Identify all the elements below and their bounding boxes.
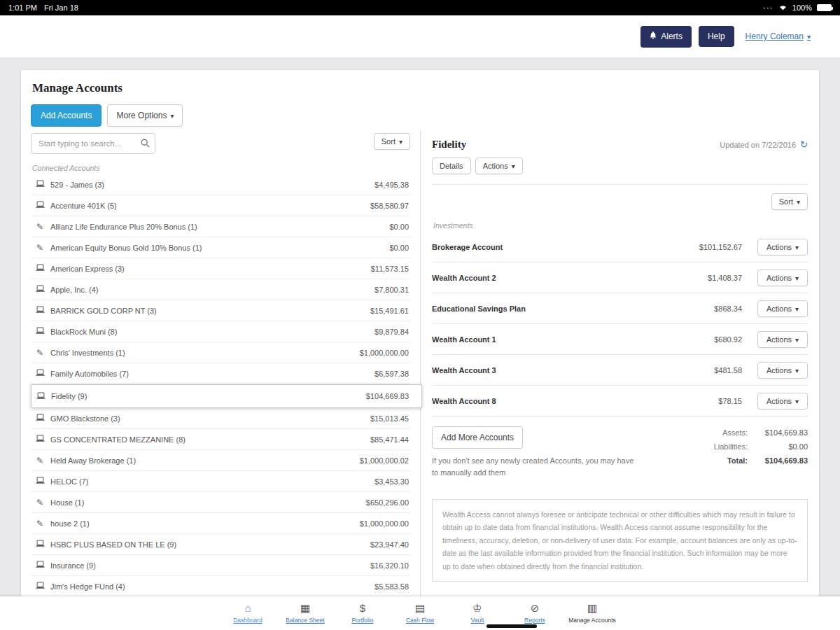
page-title: Manage Accounts [21, 70, 819, 95]
pencil-icon: ✎ [36, 498, 43, 507]
investment-actions-button[interactable]: Actions [757, 300, 808, 317]
account-name: Fidelity (9) [51, 392, 366, 400]
account-list-item[interactable]: ✎ GMO Blackstone (3) $15,013.45 [31, 408, 410, 429]
account-balance: $1,000,000.02 [360, 456, 409, 465]
investment-actions-button[interactable]: Actions [757, 270, 808, 286]
account-name: Chris' Investments (1) [50, 349, 360, 357]
user-menu-link[interactable]: Henry Coleman [746, 31, 811, 41]
account-list-item[interactable]: ✎ 529 - James (3) $4,495.38 [31, 174, 410, 195]
investments-sort-button[interactable]: Sort [771, 193, 808, 210]
account-summary: Assets:$104,669.83 Liabilities:$0.00 Tot… [714, 426, 808, 468]
account-balance: $3,453.30 [374, 477, 409, 486]
accounts-sort-button[interactable]: Sort [374, 133, 410, 150]
account-list-item[interactable]: ✎ house 2 (1) $1,000,000.00 [31, 513, 410, 534]
investment-actions-button[interactable]: Actions [757, 362, 808, 379]
investment-balance: $1,408.37 [708, 274, 742, 282]
liabilities-line: Liabilities:$0.00 [714, 440, 808, 454]
account-name: Allianz Life Endurance Plus 20% Bonus (1… [50, 223, 389, 231]
user-name: Henry Coleman [746, 31, 804, 41]
pencil-icon: ✎ [36, 222, 43, 232]
account-list-item[interactable]: ✎ BlackRock Muni (8) $9,879.84 [31, 321, 410, 342]
account-name: GMO Blackstone (3) [50, 414, 370, 423]
add-accounts-button[interactable]: Add Accounts [31, 104, 102, 127]
account-list-item[interactable]: ✎ Fidelity (9) $104,669.83 [31, 384, 422, 408]
account-name: BlackRock Muni (8) [50, 328, 374, 336]
more-options-button[interactable]: More Options [107, 104, 183, 127]
caret-down-icon [170, 111, 174, 120]
account-list-item[interactable]: ✎ HSBC PLUS BASED ON THE LE (9) $23,947.… [31, 534, 410, 555]
updated-on: Updated on 7/22/2016 [720, 139, 808, 150]
pencil-icon: ✎ [36, 456, 43, 465]
account-list-item[interactable]: ✎ Chris' Investments (1) $1,000,000.00 [31, 342, 410, 363]
sort-label: Sort [382, 137, 396, 146]
footer-nav-label: Reports [524, 617, 545, 624]
laptop-icon [35, 414, 46, 423]
footer-nav-item[interactable]: ▦ Balance Sheet [284, 603, 326, 624]
investment-row: Wealth Account 2 $1,408.37 Actions [432, 262, 808, 293]
caret-down-icon [399, 137, 402, 146]
actions-label: Actions [766, 366, 792, 374]
footer-nav-label: Manage Accounts [568, 617, 616, 624]
caret-down-icon [795, 366, 799, 374]
refresh-icon[interactable] [800, 139, 808, 150]
footer-nav-item[interactable]: ♔ Vault [456, 603, 498, 624]
account-list-item[interactable]: ✎ Allianz Life Endurance Plus 20% Bonus … [31, 216, 410, 237]
search-input[interactable] [31, 133, 155, 154]
help-label: Help [708, 31, 725, 41]
detail-actions-button[interactable]: Actions [475, 158, 523, 174]
account-balance: $5,583.58 [374, 582, 409, 591]
account-list-item[interactable]: ✎ BARRICK GOLD CORP NT (3) $15,491.61 [31, 300, 410, 321]
assets-value: $104,669.83 [753, 426, 808, 440]
add-more-accounts-button[interactable]: Add More Accounts [432, 426, 523, 449]
investments-label: Investments [433, 221, 808, 230]
alerts-button[interactable]: Alerts [640, 26, 692, 48]
details-button[interactable]: Details [432, 158, 471, 174]
laptop-icon [35, 435, 46, 444]
actions-label: Actions [766, 304, 792, 313]
pencil-icon: ✎ [36, 243, 43, 253]
investment-balance: $481.58 [714, 366, 742, 374]
manage-accounts-icon: ▥ [587, 603, 597, 615]
caret-down-icon [512, 162, 515, 170]
disclaimer-text: Wealth Access cannot always foresee or a… [432, 499, 808, 582]
account-list-item[interactable]: ✎ GS CONCENTRATED MEZZANINE (8) $85,471.… [31, 429, 410, 450]
caret-down-icon [795, 243, 799, 251]
total-line: Total:$104,669.83 [714, 454, 808, 468]
footer-nav-item[interactable]: ▤ Cash Flow [399, 603, 441, 624]
account-balance: $16,320.10 [370, 561, 409, 570]
footer-nav-item[interactable]: ▥ Manage Accounts [571, 603, 613, 624]
investment-actions-button[interactable]: Actions [757, 331, 808, 348]
footer-nav-label: Balance Sheet [286, 617, 324, 624]
account-list-item[interactable]: ✎ Held Away Brokerage (1) $1,000,000.02 [31, 450, 410, 471]
laptop-icon [35, 327, 46, 336]
actions-label: Actions [483, 162, 508, 170]
investment-row: Wealth Account 8 $78.15 Actions [432, 386, 808, 416]
investment-actions-button[interactable]: Actions [757, 239, 808, 255]
actions-label: Actions [766, 274, 792, 282]
investment-actions-button[interactable]: Actions [757, 393, 808, 410]
investment-name: Wealth Account 2 [432, 274, 708, 282]
search-icon[interactable] [141, 138, 150, 150]
investment-name: Wealth Account 1 [432, 335, 714, 344]
account-list-item[interactable]: ✎ Insurance (9) $16,320.10 [31, 555, 410, 576]
caret-down-icon [795, 304, 799, 313]
account-list-item[interactable]: ✎ Accenture 401K (5) $58,580.97 [31, 195, 410, 216]
account-list-item[interactable]: ✎ House (1) $650,296.00 [31, 492, 410, 513]
account-list-item[interactable]: ✎ Jim's Hedge FUnd (4) $5,583.58 [31, 576, 410, 596]
help-button[interactable]: Help [699, 26, 734, 47]
caret-down-icon [807, 31, 811, 41]
caret-down-icon [797, 197, 800, 206]
footer-nav-item[interactable]: $ Portfolio [342, 603, 384, 624]
account-name: American Express (3) [50, 265, 371, 273]
liabilities-label: Liabilities: [714, 442, 748, 451]
account-list-item[interactable]: ✎ American Equity Bonus Gold 10% Bonus (… [31, 237, 410, 258]
account-list-item[interactable]: ✎ Family Automobiles (7) $6,597.38 [31, 363, 410, 384]
footer-nav-item[interactable]: ⊘ Reports [514, 603, 556, 624]
laptop-icon [35, 369, 46, 378]
account-list-item[interactable]: ✎ Apple, Inc. (4) $7,800.31 [31, 279, 410, 300]
account-list-item[interactable]: ✎ American Express (3) $11,573.15 [31, 258, 410, 279]
account-list-item[interactable]: ✎ HELOC (7) $3,453.30 [31, 471, 410, 492]
account-balance: $1,000,000.00 [360, 349, 409, 357]
footer-nav-item[interactable]: ⌂ Dashboard [227, 603, 269, 624]
footer-nav-label: Dashboard [233, 617, 262, 624]
